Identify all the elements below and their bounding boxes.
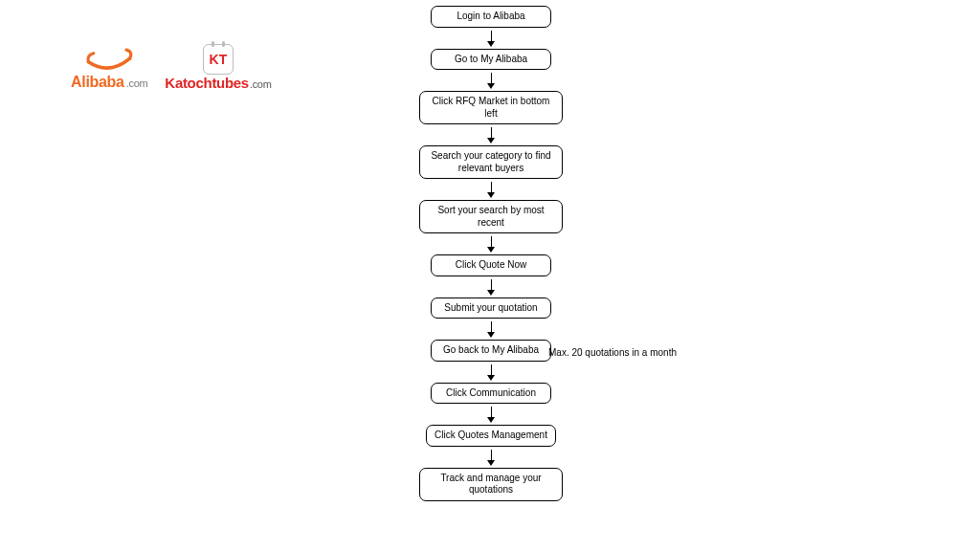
flow-step-label: Click RFQ Market in bottom left: [433, 96, 550, 119]
alibaba-wordmark: Alibaba.com: [71, 74, 147, 91]
flow-step-label: Search your category to find relevant bu…: [431, 150, 550, 173]
flow-step: Click Quote Now: [431, 254, 551, 276]
arrow-down-icon: [487, 364, 495, 381]
flow-step: Sort your search by most recent: [419, 200, 563, 233]
arrow-down-icon: [487, 31, 495, 47]
annotation-text: Max. 20 quotations in a month: [548, 347, 677, 358]
katochtubes-wordmark: Katochtubes.com: [165, 75, 271, 91]
flow-step: Search your category to find relevant bu…: [419, 145, 563, 179]
arrow-down-icon: [487, 450, 495, 466]
flow-step-label: Go to My Alibaba: [455, 54, 527, 64]
annotation-note: Max. 20 quotations in a month: [546, 346, 679, 359]
kt-badge-text: KT: [210, 52, 228, 67]
arrow-down-icon: [487, 279, 495, 296]
alibaba-name: Alibaba: [71, 74, 124, 90]
arrow-down-icon: [487, 236, 495, 253]
flow-step: Click Communication: [431, 383, 551, 405]
katochtubes-suffix: .com: [250, 78, 272, 90]
flow-step: Click RFQ Market in bottom left: [419, 91, 563, 124]
arrow-down-icon: [487, 73, 495, 89]
alibaba-smile-icon: [81, 45, 137, 74]
flow-step-label: Go back to My Alibaba: [443, 344, 539, 355]
flow-step-label: Click Quote Now: [456, 259, 526, 270]
flow-step: Login to Alibaba: [431, 6, 551, 28]
flowchart: Login to Alibaba Go to My Alibaba Click …: [419, 6, 563, 501]
flow-step-label: Track and manage your quotations: [440, 473, 541, 496]
flow-step-label: Submit your quotation: [444, 302, 537, 313]
flow-step-label: Click Communication: [446, 387, 536, 398]
arrow-down-icon: [487, 127, 495, 143]
flow-step: Submit your quotation: [431, 298, 551, 320]
flow-step: Go back to My Alibaba: [431, 340, 551, 362]
katochtubes-name: Katochtubes: [165, 75, 249, 91]
arrow-down-icon: [487, 182, 495, 198]
diagram-canvas: Alibaba.com KT Katochtubes.com Login to …: [0, 0, 980, 551]
logo-row: Alibaba.com KT Katochtubes.com: [71, 44, 272, 91]
flow-step: Click Quotes Management: [426, 425, 556, 447]
arrow-down-icon: [487, 321, 495, 338]
alibaba-suffix: .com: [126, 77, 148, 89]
flow-step: Track and manage your quotations: [419, 468, 563, 501]
kt-badge-icon: KT: [203, 44, 234, 75]
flow-step-label: Login to Alibaba: [457, 11, 524, 21]
alibaba-logo: Alibaba.com: [71, 45, 147, 91]
flow-step-label: Click Quotes Management: [434, 430, 547, 440]
flow-step: Go to My Alibaba: [431, 49, 551, 71]
arrow-down-icon: [487, 407, 495, 423]
katochtubes-logo: KT Katochtubes.com: [165, 44, 271, 91]
flow-step-label: Sort your search by most recent: [437, 205, 544, 228]
